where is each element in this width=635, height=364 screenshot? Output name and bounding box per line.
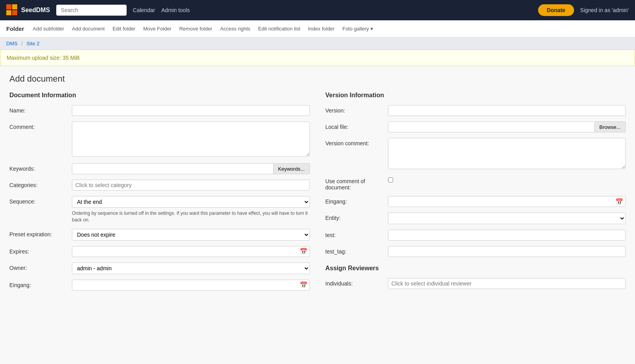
expires-label: Expires: [9, 246, 72, 255]
keywords-button[interactable]: Keywords... [274, 163, 310, 174]
keywords-label: Keywords: [9, 163, 72, 172]
use-comment-row: Use comment of document: [326, 176, 626, 191]
categories-input[interactable] [72, 180, 310, 191]
expires-input-group: 📅 [72, 246, 310, 257]
svg-rect-0 [6, 4, 11, 9]
version-comment-label: Version comment: [326, 138, 388, 146]
main-content: Add document Document Information Name: … [0, 66, 635, 304]
preset-exp-select[interactable]: Does not expire [72, 229, 310, 241]
test-input[interactable] [388, 230, 626, 241]
expires-row: Expires: 📅 [9, 246, 310, 257]
eingang-right-row: Eingang: 📅 [326, 196, 626, 207]
entity-row: Entity: [326, 212, 626, 224]
keywords-input[interactable] [72, 163, 274, 174]
test-row: test: [326, 230, 626, 241]
version-info-section: Version Information Version: 1 Local fil… [326, 92, 626, 294]
categories-control [72, 180, 310, 191]
browse-input-group: Browse... [388, 121, 626, 132]
use-comment-control [388, 176, 626, 182]
individuals-row: Individuals: [326, 278, 626, 289]
local-file-label: Local file: [326, 121, 388, 130]
eingang-left-input[interactable] [72, 280, 310, 291]
use-comment-checkbox-wrap [388, 176, 626, 182]
version-row: Version: 1 [326, 105, 626, 116]
sequence-row: Sequence: At the end Ordering by sequenc… [9, 196, 310, 223]
entity-label: Entity: [326, 212, 388, 221]
test-control [388, 230, 626, 241]
comment-textarea[interactable] [72, 121, 310, 157]
test-tag-input[interactable] [388, 246, 626, 257]
nav-calendar[interactable]: Calendar [133, 7, 155, 13]
toolbar-access-rights[interactable]: Access rights [216, 26, 254, 32]
breadcrumb: DMS / Site 2 [0, 37, 635, 50]
toolbar-folder-label: Folder [6, 25, 24, 32]
keywords-input-group: Keywords... [72, 163, 310, 174]
toolbar-edit-folder[interactable]: Edit folder [109, 26, 140, 32]
version-comment-control [388, 138, 626, 170]
eingang-right-calendar-icon[interactable]: 📅 [615, 198, 623, 205]
test-tag-control [388, 246, 626, 257]
eingang-left-input-group: 📅 [72, 280, 310, 291]
sequence-control: At the end Ordering by sequence is turne… [72, 196, 310, 223]
svg-rect-2 [6, 10, 11, 15]
search-input[interactable] [56, 5, 127, 16]
expires-input[interactable] [72, 246, 310, 257]
preset-exp-label: Preset expiration: [9, 229, 72, 237]
version-input[interactable]: 1 [388, 105, 626, 116]
page-title: Add document [9, 74, 626, 84]
calendar-icon[interactable]: 📅 [300, 248, 308, 255]
comment-label: Comment: [9, 121, 72, 130]
version-info-title: Version Information [326, 92, 626, 99]
brand-logo [6, 4, 18, 16]
eingang-left-label: Eingang: [9, 280, 72, 288]
brand-name: SeedDMS [21, 7, 50, 14]
comment-row: Comment: [9, 121, 310, 158]
owner-control: admin - admin [72, 262, 310, 274]
toolbar-index-folder[interactable]: Index folder [304, 26, 338, 32]
browse-button[interactable]: Browse... [595, 121, 626, 132]
chevron-down-icon: ▾ [370, 26, 373, 32]
brand-link[interactable]: SeedDMS [6, 4, 50, 16]
form-columns: Document Information Name: Comment: Keyw… [9, 92, 626, 296]
test-tag-label: test_tag: [326, 246, 388, 255]
sequence-note: Ordering by sequence is turned off in th… [72, 210, 310, 223]
svg-rect-3 [12, 10, 17, 15]
nav-admin-tools[interactable]: Admin tools [161, 7, 190, 13]
sequence-select[interactable]: At the end [72, 196, 310, 208]
categories-label: Categories: [9, 180, 72, 188]
categories-row: Categories: [9, 180, 310, 191]
version-comment-textarea[interactable] [388, 138, 626, 169]
toolbar-remove-folder[interactable]: Remove folder [175, 26, 216, 32]
owner-row: Owner: admin - admin [9, 262, 310, 274]
owner-label: Owner: [9, 262, 72, 271]
version-comment-row: Version comment: [326, 138, 626, 170]
breadcrumb-dms[interactable]: DMS [6, 41, 18, 46]
individuals-input[interactable] [388, 278, 626, 289]
entity-select[interactable] [388, 212, 626, 224]
doc-info-title: Document Information [9, 92, 310, 99]
keywords-row: Keywords: Keywords... [9, 163, 310, 174]
name-input[interactable] [72, 105, 310, 116]
owner-select[interactable]: admin - admin [72, 262, 310, 274]
local-file-input[interactable] [388, 121, 595, 132]
toolbar-add-subfolder[interactable]: Add subfolder [29, 26, 68, 32]
local-file-control: Browse... [388, 121, 626, 132]
test-tag-row: test_tag: [326, 246, 626, 257]
toolbar-edit-notification[interactable]: Edit notification list [254, 26, 304, 32]
breadcrumb-separator: / [21, 41, 23, 46]
doc-info-section: Document Information Name: Comment: Keyw… [9, 92, 310, 296]
warning-bar: Maximum upload size: 35 MiB [0, 50, 635, 66]
sequence-label: Sequence: [9, 196, 72, 205]
eingang-left-calendar-icon[interactable]: 📅 [300, 281, 308, 289]
name-label: Name: [9, 105, 72, 114]
donate-button[interactable]: Donate [538, 4, 574, 16]
breadcrumb-site2[interactable]: Site 2 [27, 41, 39, 46]
toolbar-foto-gallery[interactable]: Foto gallery ▾ [338, 26, 377, 32]
eingang-right-input[interactable] [388, 196, 626, 207]
use-comment-checkbox[interactable] [388, 177, 393, 182]
expires-control: 📅 [72, 246, 310, 257]
name-control [72, 105, 310, 116]
eingang-right-input-group: 📅 [388, 196, 626, 207]
toolbar-add-document[interactable]: Add document [68, 26, 109, 32]
toolbar-move-folder[interactable]: Move Folder [139, 26, 175, 32]
